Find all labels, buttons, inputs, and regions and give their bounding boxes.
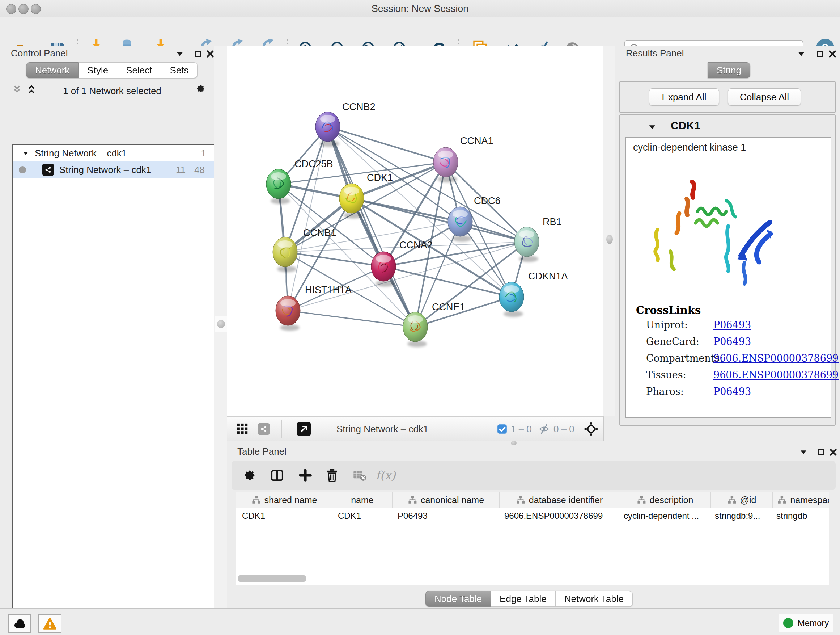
panel-menu-icon[interactable] <box>796 49 807 59</box>
gene-details-box: cyclin-dependent kinase 1 <box>625 137 831 418</box>
table-cell[interactable]: cyclin-dependent ... <box>618 511 709 521</box>
network-node-RB1[interactable] <box>515 227 539 262</box>
warnings-button[interactable] <box>38 614 62 633</box>
panel-close-icon[interactable] <box>828 447 838 458</box>
network-graph[interactable]: CCNB2CCNA1CDC25BCDK1CDC6RB1CCNB1CCNA2CDK… <box>227 46 603 416</box>
right-splitter-handle[interactable] <box>606 234 613 244</box>
edge-CCNB2-CCNE1[interactable] <box>328 127 415 327</box>
collection-expand-icon <box>22 149 30 157</box>
edge-CCNB2-CCNA1[interactable] <box>328 127 446 162</box>
tab-network[interactable]: Network <box>26 62 79 78</box>
panel-float-icon[interactable] <box>815 447 826 458</box>
edge-CCNB2-HIST1H1A[interactable] <box>288 127 328 310</box>
tab-string[interactable]: String <box>707 62 750 78</box>
cloud-icon <box>12 616 27 631</box>
network-node-CCNB1[interactable] <box>273 237 297 272</box>
table-cell[interactable]: stringdb <box>771 511 829 521</box>
tab-edge-table[interactable]: Edge Table <box>491 591 556 607</box>
gene-name: CDK1 <box>671 119 743 132</box>
panel-menu-icon[interactable] <box>174 49 185 59</box>
crosslink-link[interactable]: P06493 <box>714 319 751 331</box>
hidden-count-toggle[interactable]: 0 – 0 <box>538 417 575 441</box>
crosslink-link[interactable]: P06493 <box>714 386 751 397</box>
panel-float-icon[interactable] <box>815 49 826 59</box>
node-count: 11 <box>176 165 186 176</box>
horizontal-scrollbar-thumb[interactable] <box>238 575 306 582</box>
network-canvas[interactable]: CCNB2CCNA1CDC25BCDK1CDC6RB1CCNB1CCNA2CDK… <box>227 46 604 416</box>
right-splitter[interactable] <box>603 46 615 416</box>
column-header-database-identifier[interactable]: database identifier <box>500 492 619 508</box>
results-panel-title: Results Panel <box>626 48 684 59</box>
edge-CCNA2-CDKN1A[interactable] <box>384 266 512 297</box>
cloud-status-button[interactable] <box>8 614 31 633</box>
node-label-CCNB2: CCNB2 <box>342 101 376 112</box>
table-settings-button[interactable] <box>240 466 260 485</box>
network-node-CCNE1[interactable] <box>403 312 428 347</box>
edge-CCNB2-RB1[interactable] <box>328 127 527 242</box>
panel-menu-icon[interactable] <box>798 447 809 458</box>
crosslink-link[interactable]: P06493 <box>714 336 751 347</box>
tab-sets[interactable]: Sets <box>161 62 197 78</box>
network-row[interactable]: String Network – cdk1 11 48 <box>13 162 214 178</box>
delete-table-button[interactable] <box>349 466 370 485</box>
panel-float-icon[interactable] <box>193 49 203 59</box>
edge-CCNB1-CCNA2[interactable] <box>285 252 384 266</box>
table-cell[interactable]: CDK1 <box>236 511 332 521</box>
node-label-RB1: RB1 <box>543 217 562 227</box>
crosslink-label: Compartments: <box>646 353 723 364</box>
left-splitter-handle[interactable] <box>215 316 227 333</box>
memory-button[interactable]: Memory <box>778 614 834 632</box>
node-label-CCNB1: CCNB1 <box>303 227 336 238</box>
collapse-all-button[interactable]: Collapse All <box>728 88 801 106</box>
column-header-label: canonical name <box>421 495 484 505</box>
results-panel-tabs: String <box>707 62 750 78</box>
tab-network-table[interactable]: Network Table <box>556 591 633 607</box>
delete-column-button[interactable] <box>322 466 342 485</box>
network-node-CDC6[interactable] <box>448 207 472 242</box>
selected-count: 1 – 0 <box>511 424 532 435</box>
crosslink-label: Tissues: <box>646 369 686 380</box>
table-cell[interactable]: stringdb:9... <box>709 511 771 521</box>
collapse-all-chevron-icon[interactable] <box>11 84 22 95</box>
detach-view-button[interactable] <box>297 417 311 441</box>
network-collection-row[interactable]: String Network – cdk1 1 <box>13 145 214 162</box>
share-view-button[interactable] <box>257 417 270 441</box>
column-header-shared-name[interactable]: shared name <box>236 492 332 508</box>
column-header-name[interactable]: name <box>332 492 393 508</box>
table-cell[interactable]: 9606.ENSP00000378699 <box>499 511 618 521</box>
plus-icon <box>298 469 312 482</box>
selected-checkbox-icon <box>497 424 507 434</box>
expand-all-button[interactable]: Expand All <box>649 88 719 106</box>
network-node-CDC25B[interactable] <box>266 169 291 204</box>
expand-all-chevron-icon[interactable] <box>26 84 37 95</box>
grid-view-button[interactable] <box>237 417 248 441</box>
column-header-description[interactable]: description <box>619 492 711 508</box>
table-row: CDK1CDK1P064939606.ENSP00000378699cyclin… <box>236 508 829 524</box>
crosslink-link[interactable]: 9606.ENSP00000378699 <box>714 369 838 380</box>
network-node-CCNA2[interactable] <box>371 252 396 287</box>
function-builder-button[interactable]: f(x) <box>376 466 396 485</box>
selected-count-toggle[interactable]: 1 – 0 <box>497 417 532 441</box>
tab-select[interactable]: Select <box>117 62 161 78</box>
table-cell[interactable]: P06493 <box>392 511 499 521</box>
column-header-namespace[interactable]: namespace <box>773 492 829 508</box>
column-header-canonical-name[interactable]: canonical name <box>393 492 500 508</box>
edge-CCNE1-HIST1H1A[interactable] <box>288 310 415 327</box>
network-node-CDKN1A[interactable] <box>499 282 524 317</box>
birdseye-button[interactable] <box>584 417 598 441</box>
add-column-button[interactable] <box>295 466 316 485</box>
panel-close-icon[interactable] <box>827 49 838 59</box>
table-cell[interactable]: CDK1 <box>332 511 392 521</box>
gene-collapse-icon[interactable] <box>647 122 657 132</box>
results-panel: Results Panel String Expand All Collapse… <box>615 46 840 441</box>
crosslink-link[interactable]: 9606.ENSP00000378699 <box>714 353 838 364</box>
column-header-label: database identifier <box>529 495 603 505</box>
toggle-columns-button[interactable] <box>267 466 287 485</box>
network-options-gear-icon[interactable] <box>195 83 206 94</box>
main-toolbar: ? <box>0 17 840 46</box>
tab-style[interactable]: Style <box>79 62 117 78</box>
column-header--id[interactable]: @id <box>711 492 773 508</box>
tab-node-table[interactable]: Node Table <box>425 591 491 607</box>
network-node-HIST1H1A[interactable] <box>276 296 300 331</box>
network-node-CCNB2[interactable] <box>316 112 340 147</box>
